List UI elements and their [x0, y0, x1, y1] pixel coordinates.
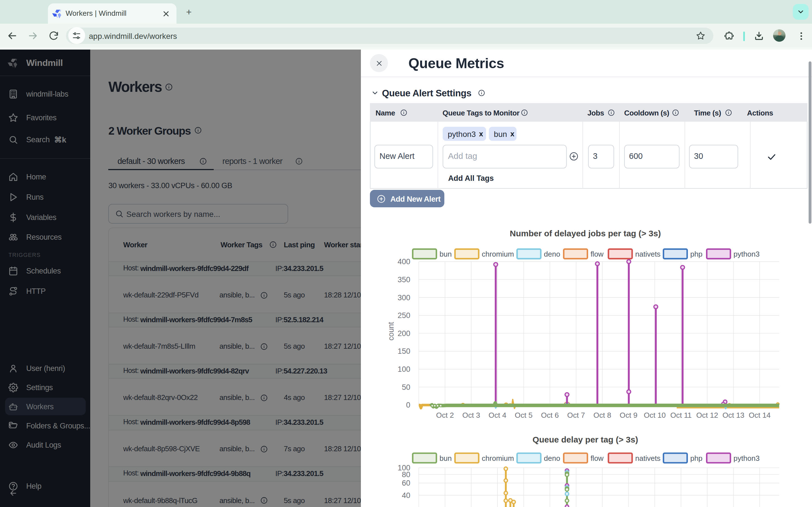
svg-text:150: 150: [398, 347, 410, 355]
svg-text:bun: bun: [440, 454, 452, 462]
svg-text:Oct 5: Oct 5: [515, 411, 532, 419]
svg-text:Oct 2: Oct 2: [436, 411, 454, 419]
svg-text:Oct 3: Oct 3: [462, 411, 480, 419]
svg-text:count: count: [387, 322, 395, 341]
svg-text:Oct 10: Oct 10: [644, 411, 666, 419]
svg-text:chromium: chromium: [482, 250, 514, 258]
svg-text:Oct 4: Oct 4: [489, 411, 506, 419]
svg-text:400: 400: [398, 258, 410, 266]
svg-text:100: 100: [398, 365, 410, 374]
svg-text:Oct 14: Oct 14: [749, 411, 771, 419]
svg-text:Oct 13: Oct 13: [723, 411, 745, 419]
svg-text:300: 300: [398, 293, 410, 302]
svg-text:250: 250: [398, 311, 410, 320]
svg-text:Oct 11: Oct 11: [670, 411, 692, 419]
svg-text:deno: deno: [544, 250, 560, 258]
svg-text:nativets: nativets: [635, 454, 661, 462]
svg-text:Number of delayed jobs per tag: Number of delayed jobs per tag (> 3s): [510, 229, 661, 238]
svg-text:Oct 12: Oct 12: [696, 411, 718, 419]
svg-text:200: 200: [398, 329, 410, 338]
svg-text:deno: deno: [544, 454, 560, 462]
svg-text:flow: flow: [591, 250, 603, 258]
svg-text:php: php: [690, 454, 702, 462]
svg-text:python3: python3: [733, 250, 760, 258]
svg-text:php: php: [690, 250, 702, 258]
svg-text:Oct 8: Oct 8: [594, 411, 611, 419]
svg-text:bun: bun: [440, 250, 452, 258]
svg-text:Oct 7: Oct 7: [567, 411, 585, 419]
svg-text:Oct 9: Oct 9: [620, 411, 638, 419]
svg-text:flow: flow: [591, 454, 603, 462]
svg-text:350: 350: [398, 276, 410, 284]
svg-text:50: 50: [402, 383, 410, 392]
svg-text:40: 40: [402, 491, 410, 500]
svg-text:python3: python3: [733, 454, 760, 462]
svg-text:chromium: chromium: [482, 454, 514, 462]
svg-text:0: 0: [406, 401, 410, 409]
svg-text:80: 80: [402, 470, 410, 479]
svg-text:Queue delay per tag (> 3s): Queue delay per tag (> 3s): [532, 435, 638, 444]
svg-text:nativets: nativets: [635, 250, 661, 258]
svg-text:60: 60: [402, 479, 410, 487]
svg-text:Oct 6: Oct 6: [541, 411, 559, 419]
